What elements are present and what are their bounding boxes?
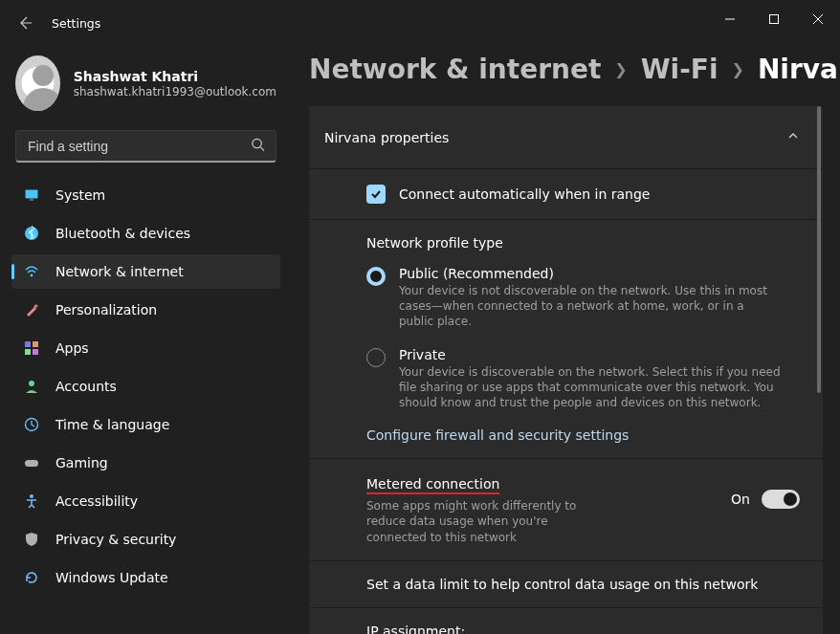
sidebar-item-windows-update[interactable]: Windows Update <box>11 560 280 595</box>
clock-icon <box>23 416 40 433</box>
svg-point-18 <box>30 494 33 498</box>
auto-connect-row: Connect automatically when in range <box>309 169 823 220</box>
profile-email: shashwat.khatri1993@outlook.com <box>74 85 276 98</box>
window-title: Settings <box>52 16 100 31</box>
profile-name: Shashwat Khatri <box>74 69 276 84</box>
metered-state-label: On <box>731 492 750 507</box>
properties-expander: Nirvana properties Connect automatically… <box>309 106 823 634</box>
search-wrap <box>15 130 276 163</box>
scrollbar-thumb[interactable] <box>817 106 821 393</box>
crumb-wifi[interactable]: Wi-Fi <box>641 54 718 85</box>
sidebar-item-apps[interactable]: Apps <box>11 331 280 365</box>
svg-rect-13 <box>25 349 31 355</box>
chevron-right-icon: ❯ <box>732 60 744 78</box>
profile-type-section: Network profile type Public (Recommended… <box>309 220 823 459</box>
svg-rect-6 <box>26 190 38 199</box>
chevron-up-icon <box>786 129 800 145</box>
radio-private-desc: Your device is discoverable on the netwo… <box>399 364 782 411</box>
sidebar-item-label: Time & language <box>55 417 169 432</box>
person-icon <box>23 378 40 395</box>
check-icon <box>370 188 382 200</box>
firewall-link[interactable]: Configure firewall and security settings <box>366 427 800 443</box>
sidebar-item-label: Accessibility <box>55 493 138 509</box>
svg-point-15 <box>29 381 34 386</box>
shield-icon <box>23 531 40 548</box>
sidebar-item-label: Bluetooth & devices <box>55 226 190 241</box>
sidebar-item-label: Gaming <box>55 455 108 470</box>
main-content: Network & internet ❯ Wi-Fi ❯ Nirvana Nir… <box>292 46 840 634</box>
radio-public-desc: Your device is not discoverable on the n… <box>399 283 782 330</box>
close-button[interactable] <box>796 4 840 34</box>
auto-connect-checkbox[interactable] <box>366 185 386 204</box>
expander-title: Nirvana properties <box>324 130 449 145</box>
nav-list: SystemBluetooth & devicesNetwork & inter… <box>11 178 280 595</box>
breadcrumb: Network & internet ❯ Wi-Fi ❯ Nirvana <box>309 54 823 85</box>
sidebar-item-system[interactable]: System <box>11 178 280 212</box>
svg-rect-1 <box>770 15 779 24</box>
minimize-icon <box>725 14 735 24</box>
auto-connect-label: Connect automatically when in range <box>399 186 650 202</box>
sidebar: Shashwat Khatri shashwat.khatri1993@outl… <box>0 46 292 634</box>
sidebar-item-label: Network & internet <box>55 264 184 279</box>
access-icon <box>23 492 40 510</box>
minimize-button[interactable] <box>708 4 752 34</box>
crumb-network[interactable]: Network & internet <box>309 54 601 85</box>
sidebar-item-label: Personalization <box>55 302 157 317</box>
avatar <box>15 55 60 111</box>
sidebar-item-network-internet[interactable]: Network & internet <box>11 254 280 289</box>
sidebar-item-label: Apps <box>55 340 89 356</box>
svg-rect-7 <box>30 199 33 201</box>
data-limit-link[interactable]: Set a data limit to help control data us… <box>309 561 823 608</box>
update-icon <box>23 569 40 586</box>
crumb-current: Nirvana <box>758 54 840 85</box>
sidebar-item-label: Accounts <box>55 379 117 394</box>
radio-private[interactable]: Private Your device is discoverable on t… <box>366 347 800 411</box>
settings-window: Settings Shashwat Khatri shashwat.khatri… <box>0 0 840 634</box>
toggle-knob <box>784 492 797 506</box>
sidebar-item-label: System <box>55 187 105 203</box>
svg-rect-11 <box>25 341 31 347</box>
chevron-right-icon: ❯ <box>614 60 627 78</box>
sidebar-item-gaming[interactable]: Gaming <box>11 446 280 480</box>
brush-icon <box>23 301 40 318</box>
svg-point-9 <box>31 274 33 277</box>
metered-title: Metered connection <box>366 476 499 494</box>
scrollbar[interactable] <box>817 106 821 634</box>
sidebar-item-privacy-security[interactable]: Privacy & security <box>11 522 280 557</box>
svg-rect-17 <box>25 460 38 467</box>
titlebar: Settings <box>0 0 840 46</box>
sidebar-item-time-language[interactable]: Time & language <box>11 407 280 442</box>
sidebar-item-label: Privacy & security <box>55 532 176 547</box>
maximize-button[interactable] <box>752 4 796 34</box>
monitor-icon <box>23 186 40 204</box>
radio-private-title: Private <box>399 347 782 362</box>
sidebar-item-bluetooth-devices[interactable]: Bluetooth & devices <box>11 216 280 251</box>
game-icon <box>23 454 40 471</box>
sidebar-item-accessibility[interactable]: Accessibility <box>11 484 280 518</box>
metered-desc: Some apps might work differently to redu… <box>366 498 606 545</box>
maximize-icon <box>769 14 779 24</box>
sidebar-item-accounts[interactable]: Accounts <box>11 369 280 404</box>
radio-public-input[interactable] <box>366 267 386 286</box>
search-input[interactable] <box>15 130 276 163</box>
radio-public[interactable]: Public (Recommended) Your device is not … <box>366 266 800 330</box>
sidebar-item-label: Windows Update <box>55 570 168 585</box>
bluetooth-icon <box>23 225 40 242</box>
svg-rect-12 <box>33 341 38 347</box>
svg-rect-14 <box>33 349 38 355</box>
back-button[interactable] <box>17 15 33 31</box>
sidebar-item-personalization[interactable]: Personalization <box>11 293 280 327</box>
close-icon <box>813 14 823 24</box>
radio-private-input[interactable] <box>366 348 386 367</box>
profile-block[interactable]: Shashwat Khatri shashwat.khatri1993@outl… <box>11 50 280 128</box>
radio-public-title: Public (Recommended) <box>399 266 782 281</box>
content-scroll: Nirvana properties Connect automatically… <box>309 106 823 634</box>
ip-assignment-row: IP assignment: <box>309 608 823 634</box>
expander-header[interactable]: Nirvana properties <box>309 106 823 169</box>
ip-assignment-label: IP assignment: <box>366 623 465 634</box>
apps-icon <box>23 339 40 357</box>
back-arrow-icon <box>17 15 33 31</box>
wifi-icon <box>23 263 40 280</box>
metered-toggle[interactable] <box>762 490 800 509</box>
profile-type-heading: Network profile type <box>366 235 800 251</box>
